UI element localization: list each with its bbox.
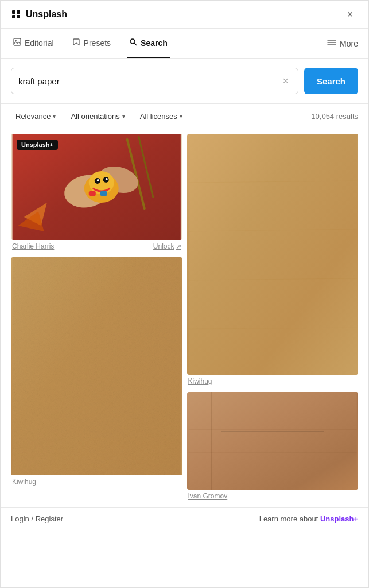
relevance-label: Relevance (15, 112, 51, 121)
relevance-filter[interactable]: Relevance ▾ (11, 110, 60, 123)
clear-search-button[interactable]: × (280, 73, 291, 90)
photo-col-1: Unsplash+ Charlie Harris Unlock ↗ (11, 134, 182, 502)
svg-rect-25 (13, 257, 181, 475)
photo-kraft-square-card[interactable] (11, 257, 182, 475)
footer-learn-text: Learn more about Unsplash+ (259, 514, 358, 523)
photo-card-kraft-square: Kiwihug (11, 257, 182, 488)
app-icon (11, 9, 21, 20)
unsplash-plus-link[interactable]: Unsplash+ (320, 514, 358, 523)
relevance-chevron-icon: ▾ (53, 113, 56, 119)
learn-more-label: Learn more about (259, 514, 320, 523)
image-icon (13, 38, 21, 48)
photographer-charlie-harris[interactable]: Charlie Harris (12, 242, 54, 250)
photo-caption-kraft-tall: Kiwihug (187, 375, 359, 388)
title-bar-left: Unsplash (11, 9, 67, 20)
svg-rect-22 (89, 191, 96, 196)
kraft-bottom-image (187, 392, 359, 490)
licenses-label: All licenses (140, 112, 177, 121)
app-title: Unsplash (26, 9, 67, 20)
login-register-link[interactable]: Login / Register (11, 514, 63, 523)
unlock-link[interactable]: Unlock ↗ (153, 242, 181, 250)
svg-rect-0 (12, 10, 15, 14)
bookmark-icon (72, 38, 80, 48)
nav-bar: Editorial Presets Search More (1, 29, 368, 59)
photographer-kiwihug-2[interactable]: Kiwihug (188, 377, 212, 385)
unlock-arrow-icon: ↗ (176, 243, 181, 250)
nav-editorial-label: Editorial (25, 38, 54, 48)
svg-point-21 (106, 178, 108, 180)
svg-rect-1 (17, 10, 20, 14)
footer: Login / Register Learn more about Unspla… (1, 507, 368, 530)
photo-kraft-tall-card[interactable] (187, 134, 359, 375)
photo-card-kraft-bottom: Ivan Gromov (187, 392, 359, 502)
photo-col-2: Kiwihug (187, 134, 359, 502)
licenses-chevron-icon: ▾ (180, 113, 182, 119)
close-button[interactable]: × (342, 6, 358, 22)
kraft-tall-image (187, 134, 359, 375)
title-bar: Unsplash × (1, 1, 368, 29)
nav-more-label: More (340, 39, 358, 48)
svg-point-20 (97, 179, 99, 181)
orientations-label: All orientations (71, 112, 119, 121)
results-count: 10,054 results (311, 112, 358, 121)
photographer-kiwihug-1[interactable]: Kiwihug (12, 478, 36, 486)
licenses-filter[interactable]: All licenses ▾ (135, 110, 187, 123)
svg-point-5 (15, 40, 16, 41)
search-input-wrapper: × (11, 68, 298, 94)
svg-rect-31 (188, 392, 356, 490)
photo-caption-puppet: Charlie Harris Unlock ↗ (11, 240, 182, 253)
photo-kraft-bottom-card[interactable] (187, 392, 359, 490)
orientations-filter[interactable]: All orientations ▾ (66, 110, 129, 123)
svg-point-6 (130, 39, 135, 44)
orientations-chevron-icon: ▾ (122, 113, 125, 119)
svg-rect-23 (100, 191, 107, 196)
photo-caption-kraft-square: Kiwihug (11, 475, 182, 488)
kraft-square-image (11, 257, 182, 475)
svg-rect-4 (14, 38, 21, 45)
search-nav-icon (129, 38, 137, 48)
menu-icon (327, 38, 336, 48)
nav-item-presets[interactable]: Presets (70, 29, 113, 58)
photo-puppet-card[interactable]: Unsplash+ (11, 134, 182, 240)
photo-grid: Unsplash+ Charlie Harris Unlock ↗ (1, 129, 368, 507)
nav-item-editorial[interactable]: Editorial (11, 29, 56, 58)
search-button[interactable]: Search (304, 68, 358, 94)
photo-caption-kraft-bottom: Ivan Gromov (187, 490, 359, 502)
search-input[interactable] (18, 76, 280, 86)
unsplash-plus-badge: Unsplash+ (17, 140, 58, 150)
photo-card-puppet: Unsplash+ Charlie Harris Unlock ↗ (11, 134, 182, 253)
svg-rect-2 (12, 15, 15, 18)
nav-presets-label: Presets (84, 38, 111, 48)
svg-rect-26 (188, 134, 356, 375)
photo-card-kraft-tall: Kiwihug (187, 134, 359, 388)
nav-more-button[interactable]: More (327, 38, 358, 48)
search-bar: × Search (1, 59, 368, 104)
svg-rect-3 (17, 15, 20, 18)
filters-bar: Relevance ▾ All orientations ▾ All licen… (1, 104, 368, 129)
photographer-ivan-gromov[interactable]: Ivan Gromov (188, 492, 228, 500)
nav-item-search[interactable]: Search (127, 29, 170, 58)
unlock-label: Unlock (153, 242, 174, 250)
nav-search-label: Search (141, 38, 168, 48)
